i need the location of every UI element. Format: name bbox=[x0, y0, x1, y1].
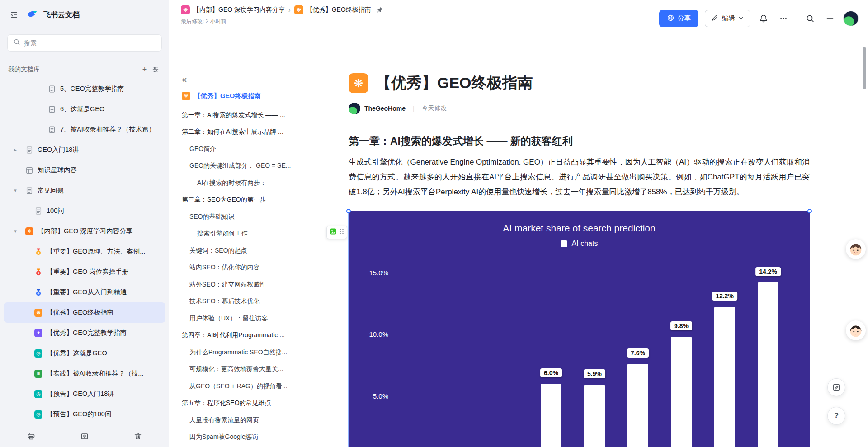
breadcrumb-item[interactable]: ❋【内部】GEO 深度学习内容分享 bbox=[181, 5, 285, 14]
pencil-icon bbox=[712, 14, 719, 23]
selection-handle-top-right[interactable] bbox=[807, 209, 812, 213]
chapter-heading[interactable]: 第一章：AI搜索的爆发式增长 —— 新的获客红利 bbox=[349, 134, 810, 148]
notifications-bell-icon[interactable] bbox=[757, 12, 770, 25]
help-button[interactable]: ? bbox=[827, 407, 845, 425]
outline-item[interactable]: 第四章：AI时代利用Programmatic ... bbox=[169, 327, 321, 344]
outline-item[interactable]: AI在搜索的时候有两步： bbox=[169, 174, 321, 192]
chart-legend[interactable]: AI chats bbox=[349, 240, 810, 248]
red-medal-icon bbox=[34, 268, 42, 276]
selection-handle-top-left[interactable] bbox=[346, 209, 351, 213]
app-orange-icon: ❋ bbox=[34, 309, 42, 317]
sidebar-footer bbox=[0, 425, 169, 447]
more-options-icon[interactable] bbox=[777, 12, 790, 25]
edit-button[interactable]: 编辑 bbox=[705, 10, 750, 27]
library-section-header: 我的文档库 + bbox=[8, 64, 161, 75]
doc-title-row: ❋ 【优秀】GEO终极指南 bbox=[349, 73, 810, 94]
outline-doc-title[interactable]: ❋ 【优秀】GEO终极指南 bbox=[182, 92, 321, 100]
sidebar-item[interactable]: ≡【实践】被AI收录和推荐？（技... bbox=[4, 363, 165, 384]
sidebar-item[interactable]: ◷【优秀】这就是GEO bbox=[4, 343, 165, 363]
outline-item[interactable]: 技术SEO：幕后技术优化 bbox=[169, 293, 321, 311]
outline-item[interactable]: 大量没有搜索流量的网页 bbox=[169, 412, 321, 429]
sidebar-item[interactable]: 【重要】GEO 岗位实操手册 bbox=[4, 262, 165, 282]
outline-item[interactable]: 站内SEO：优化你的内容 bbox=[169, 259, 321, 277]
user-avatar[interactable] bbox=[843, 11, 859, 26]
global-search-icon[interactable] bbox=[803, 12, 817, 25]
tree-settings-icon[interactable] bbox=[150, 64, 161, 75]
app-purple-icon: ✦ bbox=[34, 329, 42, 337]
collaborator-sticker-2[interactable] bbox=[846, 320, 866, 340]
doc-title[interactable]: 【优秀】GEO终极指南 bbox=[376, 73, 533, 94]
sidebar-item[interactable]: 7、被AI收录和推荐？（技术篇） bbox=[4, 119, 165, 140]
author-avatar[interactable] bbox=[349, 103, 360, 114]
app-teal-icon: ◷ bbox=[34, 390, 42, 398]
doc-icon bbox=[34, 207, 42, 215]
help-icon: ? bbox=[834, 411, 839, 420]
outline-item[interactable]: 从GEO（SEO + RAG）的视角看... bbox=[169, 378, 321, 395]
content-area: « ❋ 【优秀】GEO终极指南 第一章：AI搜索的爆发式增长 —— ...第二章… bbox=[169, 37, 868, 447]
sidebar-item[interactable]: 6、这就是GEO bbox=[4, 99, 165, 119]
outline-doc-title-label: 【优秀】GEO终极指南 bbox=[194, 92, 261, 100]
sidebar-item-label: 【内部】GEO 深度学习内容分享 bbox=[38, 227, 137, 235]
sidebar-item[interactable]: 知识星球内容 bbox=[4, 160, 165, 180]
doc-app-icon: ❋ bbox=[182, 92, 190, 100]
sidebar-item[interactable]: 5、GEO完整教学指南 bbox=[4, 79, 165, 99]
sidebar-item[interactable]: ▾常见问题 bbox=[4, 180, 165, 201]
new-doc-button[interactable]: + bbox=[139, 64, 150, 75]
breadcrumb-item[interactable]: ❋【优秀】GEO终极指南 bbox=[294, 5, 371, 14]
outline-item[interactable]: 因为Spam被Google惩罚 bbox=[169, 429, 321, 446]
embedded-chart[interactable]: AI market share of search prediction AI … bbox=[349, 211, 810, 447]
outline-item[interactable]: 第五章：程序化SEO的常见难点 bbox=[169, 395, 321, 412]
chevron-down-icon bbox=[738, 15, 744, 22]
outline-item[interactable]: 搜索引擎如何工作 bbox=[169, 226, 321, 243]
printer-icon[interactable] bbox=[24, 429, 38, 443]
app-orange-icon: ❋ bbox=[294, 5, 303, 14]
pink-app-icon: ❋ bbox=[181, 5, 190, 14]
outline-item[interactable]: 关键词：SEO的起点 bbox=[169, 242, 321, 259]
outline-item[interactable]: 用户体验（UX）：留住访客 bbox=[169, 310, 321, 327]
outline-item[interactable]: 第一章：AI搜索的爆发式增长 —— ... bbox=[169, 107, 321, 124]
app-teal-icon: ◷ bbox=[34, 349, 42, 358]
sidebar-item[interactable]: 【重要】GEO原理、方法、案例... bbox=[4, 241, 165, 262]
lock-icon[interactable] bbox=[78, 429, 91, 443]
sidebar-item[interactable]: ◷【预告】GEO入门18讲 bbox=[4, 384, 165, 404]
sidebar-item[interactable]: ❋【优秀】GEO终极指南 bbox=[4, 302, 165, 323]
chevron-right-icon[interactable]: ▸ bbox=[12, 147, 19, 153]
trash-icon[interactable] bbox=[131, 429, 145, 443]
outline-item[interactable]: GEO简介 bbox=[169, 141, 321, 158]
sidebar-item[interactable]: 【重要】GEO从入门到精通 bbox=[4, 282, 165, 302]
collapse-sidebar-icon[interactable] bbox=[7, 8, 21, 22]
breadcrumb-separator: › bbox=[288, 6, 291, 14]
doc-meta-row: TheGeoHome | 今天修改 bbox=[349, 103, 810, 114]
create-new-icon[interactable] bbox=[823, 12, 837, 25]
sidebar-item[interactable]: ▾❋【内部】GEO 深度学习内容分享 bbox=[4, 221, 165, 241]
outline-item[interactable]: 第二章：如何在AI搜索中展示品牌 ... bbox=[169, 124, 321, 141]
collaborator-sticker-1[interactable] bbox=[846, 239, 866, 259]
doc-paragraph[interactable]: 生成式引擎优化（Generative Engine Optimization, … bbox=[349, 155, 810, 199]
chevron-down-icon[interactable]: ▾ bbox=[12, 188, 19, 193]
chart-gridline bbox=[394, 273, 797, 273]
pin-icon[interactable] bbox=[375, 5, 385, 15]
image-block-icon[interactable] bbox=[330, 228, 337, 237]
outline-item[interactable]: SEO的基础知识 bbox=[169, 208, 321, 226]
outline-item[interactable]: 为什么Programmatic SEO自然搜... bbox=[169, 344, 321, 361]
collapse-outline-icon[interactable]: « bbox=[182, 75, 187, 84]
author-name[interactable]: TheGeoHome bbox=[364, 105, 406, 112]
sidebar-item[interactable]: ▸GEO入门18讲 bbox=[4, 140, 165, 160]
sidebar-item[interactable]: 100问 bbox=[4, 201, 165, 221]
outline-item[interactable]: GEO的关键组成部分： GEO = SE... bbox=[169, 158, 321, 175]
outline-panel: « ❋ 【优秀】GEO终极指南 第一章：AI搜索的爆发式增长 —— ...第二章… bbox=[169, 37, 321, 447]
blue-medal-icon bbox=[34, 288, 42, 296]
outline-item[interactable]: 站外SEO：建立网站权威性 bbox=[169, 276, 321, 293]
feedback-button[interactable] bbox=[827, 378, 845, 396]
outline-item[interactable]: 可规模化：更高效地覆盖大量关... bbox=[169, 361, 321, 378]
drag-handle-icon[interactable] bbox=[340, 228, 344, 236]
search-box[interactable] bbox=[7, 34, 162, 52]
sidebar-item[interactable]: ✦【优秀】GEO完整教学指南 bbox=[4, 323, 165, 343]
outline-item[interactable]: 第三章：SEO为GEO的第一步 bbox=[169, 192, 321, 209]
scrollbar-thumb[interactable] bbox=[863, 47, 866, 89]
chevron-down-icon[interactable]: ▾ bbox=[12, 228, 19, 234]
search-input[interactable] bbox=[24, 39, 156, 47]
share-button[interactable]: 分享 bbox=[659, 10, 698, 27]
sidebar-item[interactable]: ◷【预告】GEO的100问 bbox=[4, 404, 165, 424]
sidebar-item-label: 100问 bbox=[47, 207, 69, 215]
